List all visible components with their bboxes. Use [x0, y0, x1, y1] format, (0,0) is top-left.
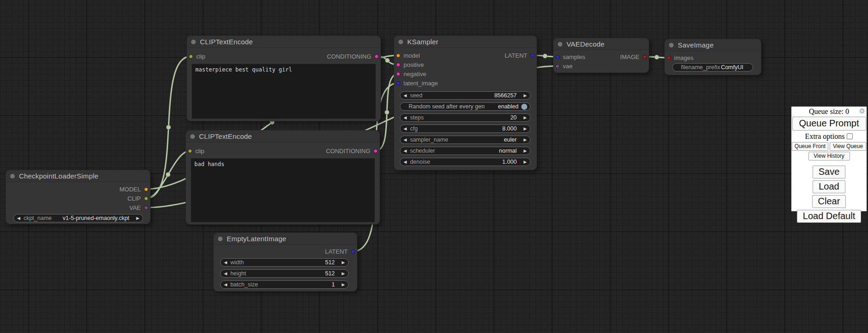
widget-label: batch_size: [230, 281, 258, 288]
widget-label: seed: [410, 92, 422, 99]
model-input-port[interactable]: [396, 54, 400, 58]
widget-label: ckpt_name: [24, 215, 52, 221]
conditioning-output-port[interactable]: [374, 149, 378, 153]
view-history-button[interactable]: View History: [808, 152, 850, 161]
decrement-arrow-icon[interactable]: ◀: [400, 136, 410, 144]
height-widget[interactable]: ◀ height 512 ▶: [220, 269, 349, 278]
filename-prefix-widget[interactable]: filename_prefix ComfyUI: [672, 63, 753, 71]
increment-arrow-icon[interactable]: ▶: [338, 280, 348, 289]
collapse-dot-icon[interactable]: [398, 40, 403, 44]
collapse-dot-icon[interactable]: [10, 174, 15, 178]
decrement-arrow-icon[interactable]: ◀: [400, 113, 410, 122]
output-label: IMAGE: [620, 54, 639, 60]
toggle-dot-icon[interactable]: [521, 104, 527, 110]
image-output-port[interactable]: [643, 55, 647, 59]
collapse-dot-icon[interactable]: [191, 40, 196, 44]
seed-widget[interactable]: ◀ seed 8566257 ▶: [400, 91, 530, 100]
latent-output-port[interactable]: [530, 54, 535, 58]
ckpt-name-widget[interactable]: ◀ ckpt_name v1-5-pruned-emaonly.ckpt ▶: [13, 214, 143, 222]
node-title-bar[interactable]: EmptyLatentImage: [214, 233, 357, 245]
increment-arrow-icon[interactable]: ▶: [520, 136, 530, 144]
negative-input-port[interactable]: [396, 72, 400, 76]
node-title-bar[interactable]: VAEDecode: [554, 38, 649, 50]
node-cliptextencode-positive[interactable]: CLIPTextEncode clip CONDITIONING masterp…: [187, 36, 381, 121]
increment-arrow-icon[interactable]: ▶: [520, 158, 530, 166]
steps-widget[interactable]: ◀ steps 20 ▶: [400, 113, 530, 122]
increment-arrow-icon[interactable]: ▶: [520, 147, 530, 155]
increment-arrow-icon[interactable]: ▶: [133, 214, 143, 222]
increment-arrow-icon[interactable]: ▶: [338, 258, 348, 267]
collapse-dot-icon[interactable]: [558, 42, 562, 47]
positive-input-port[interactable]: [396, 63, 400, 67]
width-widget[interactable]: ◀ width 512 ▶: [220, 258, 349, 267]
widget-label: cfg: [410, 125, 418, 132]
vae-output-port[interactable]: [144, 206, 148, 210]
scheduler-widget[interactable]: ◀ scheduler normal ▶: [400, 147, 530, 155]
decrement-arrow-icon[interactable]: ◀: [221, 258, 230, 267]
view-queue-button[interactable]: View Queue: [830, 142, 866, 151]
conditioning-output-port[interactable]: [374, 54, 379, 59]
random-seed-toggle[interactable]: Random seed after every gen enabled: [400, 102, 530, 111]
node-cliptextencode-negative[interactable]: CLIPTextEncode clip CONDITIONING bad han…: [186, 130, 380, 225]
input-label: images: [674, 54, 693, 61]
decrement-arrow-icon[interactable]: ◀: [400, 158, 410, 166]
load-default-button[interactable]: Load Default: [797, 210, 861, 223]
node-saveimage[interactable]: SaveImage images filename_prefix ComfyUI: [664, 39, 761, 75]
widget-value: enabled: [498, 103, 522, 110]
node-vaedecode[interactable]: VAEDecode samples IMAGE vae: [553, 38, 649, 73]
sampler-name-widget[interactable]: ◀ sampler_name euler ▶: [400, 136, 530, 144]
images-input-port[interactable]: [667, 56, 671, 60]
decrement-arrow-icon[interactable]: ◀: [221, 280, 230, 289]
node-title: KSampler: [407, 38, 438, 46]
node-title-bar[interactable]: CLIPTextEncode: [186, 131, 380, 143]
collapse-dot-icon[interactable]: [669, 43, 674, 48]
decrement-arrow-icon[interactable]: ◀: [400, 147, 410, 155]
clip-input-port[interactable]: [188, 149, 192, 153]
output-label: LATENT: [505, 52, 527, 59]
denoise-widget[interactable]: ◀ denoise 1.000 ▶: [400, 158, 530, 166]
node-title: EmptyLatentImage: [227, 235, 286, 243]
node-title: CheckpointLoaderSimple: [19, 172, 98, 180]
increment-arrow-icon[interactable]: ▶: [520, 125, 530, 133]
load-button[interactable]: Load: [813, 180, 845, 193]
node-checkpointloadersimple[interactable]: CheckpointLoaderSimple MODEL CLIP VAE ◀ …: [6, 170, 151, 224]
node-title-bar[interactable]: KSampler: [394, 36, 536, 48]
widget-label: scheduler: [410, 148, 435, 154]
node-title: SaveImage: [678, 41, 714, 49]
decrement-arrow-icon[interactable]: ◀: [14, 214, 24, 222]
increment-arrow-icon[interactable]: ▶: [338, 269, 348, 278]
cfg-widget[interactable]: ◀ cfg 8.000 ▶: [400, 125, 530, 133]
output-label: VAE: [129, 204, 141, 211]
node-title-bar[interactable]: SaveImage: [665, 39, 761, 51]
widget-value: 8.000: [502, 125, 520, 132]
decrement-arrow-icon[interactable]: ◀: [400, 125, 410, 133]
negative-prompt-textarea[interactable]: bad hands: [191, 158, 375, 222]
clip-input-port[interactable]: [189, 54, 193, 59]
vae-input-port[interactable]: [555, 64, 560, 68]
increment-arrow-icon[interactable]: ▶: [520, 91, 530, 100]
widget-label: steps: [410, 114, 424, 121]
batch-size-widget[interactable]: ◀ batch_size 1 ▶: [220, 280, 349, 289]
save-button[interactable]: Save: [813, 166, 846, 178]
latent-output-port[interactable]: [351, 250, 355, 254]
model-output-port[interactable]: [144, 187, 148, 191]
node-title-bar[interactable]: CLIPTextEncode: [187, 36, 380, 48]
queue-prompt-button[interactable]: Queue Prompt: [792, 117, 866, 131]
node-ksampler[interactable]: KSampler model LATENT positive negative …: [394, 36, 537, 170]
decrement-arrow-icon[interactable]: ◀: [221, 269, 230, 278]
collapse-dot-icon[interactable]: [190, 134, 195, 139]
latent-image-input-port[interactable]: [396, 81, 400, 85]
extra-options-checkbox[interactable]: [847, 133, 853, 139]
queue-front-button[interactable]: Queue Front: [792, 142, 828, 151]
settings-gear-icon[interactable]: ⚙: [859, 107, 865, 115]
decrement-arrow-icon[interactable]: ◀: [400, 91, 410, 100]
samples-input-port[interactable]: [555, 55, 560, 59]
clip-output-port[interactable]: [144, 196, 148, 201]
node-emptylatentimage[interactable]: EmptyLatentImage LATENT ◀ width 512 ▶ ◀ …: [213, 232, 357, 291]
increment-arrow-icon[interactable]: ▶: [520, 113, 530, 122]
widget-label: height: [230, 270, 246, 277]
collapse-dot-icon[interactable]: [218, 237, 223, 241]
node-title-bar[interactable]: CheckpointLoaderSimple: [6, 170, 150, 182]
positive-prompt-textarea[interactable]: masterpiece best quality girl: [192, 64, 376, 119]
clear-button[interactable]: Clear: [812, 195, 846, 208]
